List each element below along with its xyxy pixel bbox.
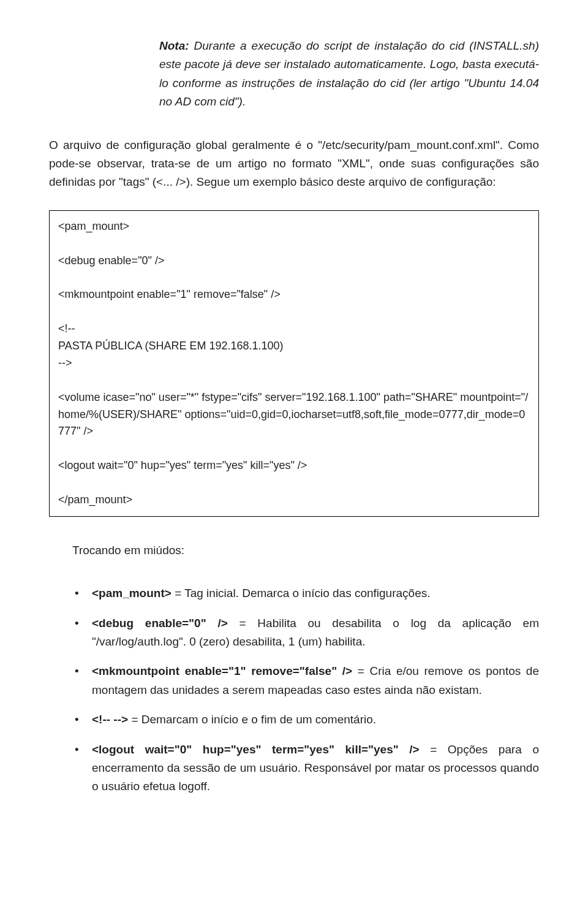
bullet-rest: = Tag inicial. Demarca o início das conf… [172,587,431,600]
code-example: <pam_mount> <debug enable="0" /> <mkmoun… [49,210,539,517]
paragraph-1: O arquivo de configuração global geralme… [49,136,539,192]
bullet-bold: <debug enable="0" /> [92,617,228,630]
note-text: Durante a execução do script de instalaç… [159,39,539,108]
bullet-bold: <pam_mount> [92,587,172,600]
list-item: <!-- --> = Demarcam o início e o fim de … [75,710,539,729]
note-paragraph: Nota: Durante a execução do script de in… [159,37,539,112]
list-item: <logout wait="0" hup="yes" term="yes" ki… [75,740,539,796]
bullet-bold: <!-- --> [92,713,128,726]
paragraph-1-text: O arquivo de configuração global geralme… [49,139,539,189]
list-item: <debug enable="0" /> = Habilita ou desab… [75,614,539,652]
list-item: <pam_mount> = Tag inicial. Demarca o iní… [75,584,539,603]
bullet-list: <pam_mount> = Tag inicial. Demarca o iní… [75,584,539,796]
bullet-bold: <mkmountpoint enable="1" remove="false" … [92,664,352,677]
bullet-rest: = Demarcam o início e o fim de um coment… [128,713,376,726]
list-item: <mkmountpoint enable="1" remove="false" … [75,662,539,699]
note-label: Nota: [159,39,189,52]
bullet-bold: <logout wait="0" hup="yes" term="yes" ki… [92,743,420,756]
section-title: Trocando em miúdos: [72,541,539,560]
